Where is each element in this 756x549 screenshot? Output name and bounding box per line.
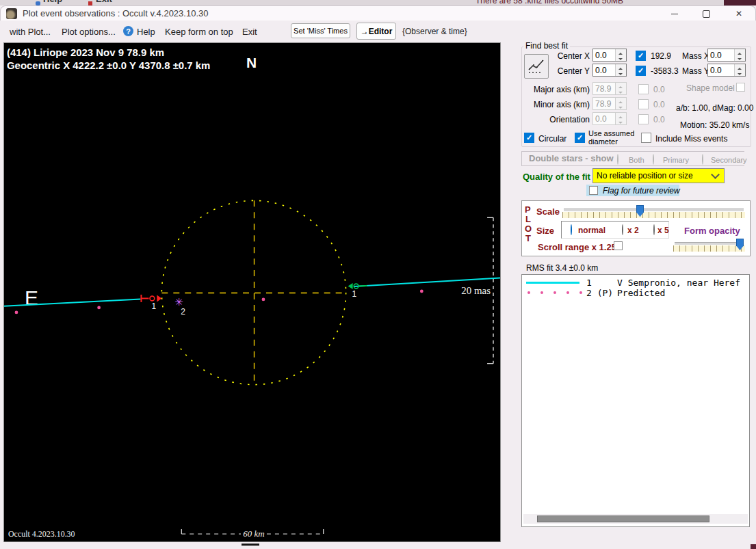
include-miss-events-label: Include Miss events — [655, 134, 727, 144]
size-normal-radio[interactable] — [571, 224, 572, 235]
form-opacity-slider[interactable] — [673, 239, 745, 252]
spin-down-button[interactable] — [616, 70, 626, 77]
center-y-spinner[interactable]: 0.0 — [592, 64, 627, 77]
set-miss-times-button[interactable]: Set 'Miss' Times — [291, 23, 350, 38]
orientation-spinner: 0.0 — [592, 112, 627, 125]
app-icon — [6, 8, 17, 19]
quality-label: Quality of the fit — [523, 172, 590, 182]
circular-label: Circular — [538, 134, 566, 144]
minor-axis-check-value: 0.0 — [653, 100, 665, 109]
predicted-star-icon: ✳ — [174, 296, 183, 308]
plot-panel-letter-p: P — [525, 204, 531, 215]
minor-axis-fit-checkbox — [638, 99, 649, 109]
legend-dot — [566, 291, 569, 294]
legend-row-text: V Sempronio, near Heref — [617, 278, 740, 288]
minor-axis-label: Minor axis (km) — [521, 100, 590, 109]
maximize-button[interactable] — [692, 6, 720, 21]
spin-down-button[interactable] — [735, 70, 745, 77]
offset-x-value: 192.9 — [651, 51, 671, 61]
use-assumed-diameter-checkbox[interactable]: ✓ — [575, 133, 585, 143]
bg-status-text: Exit — [96, 0, 112, 4]
spin-up-button[interactable] — [616, 64, 626, 70]
slider-track[interactable] — [675, 242, 744, 245]
legend-dot — [527, 291, 530, 294]
plot-canvas[interactable]: (414) Liriope 2023 Nov 9 78.9 km Geocent… — [3, 42, 501, 542]
editor-button[interactable]: →Editor — [356, 23, 396, 40]
menu-help[interactable]: Help — [137, 27, 155, 37]
offset-y-checkbox[interactable]: ✓ — [636, 66, 646, 76]
window-title: Plot event observations : Occult v.4.202… — [23, 8, 208, 18]
center-x-spinner[interactable]: 0.0 — [592, 49, 627, 62]
legend-box: 1 V Sempronio, near Heref 2 (P) Predicte… — [521, 274, 750, 527]
rms-fit-label: RMS fit 3.4 ±0.0 km — [526, 263, 598, 273]
plot-background — [4, 43, 500, 541]
double-stars-primary-label: Primary — [663, 155, 689, 165]
plot-panel-letter-t: T — [525, 233, 531, 243]
spin-up-button[interactable] — [616, 49, 626, 55]
minor-axis-spinner: 78.9 — [592, 97, 627, 110]
menubar: with Plot... Plot options... ? Help Keep… — [0, 21, 756, 42]
legend-dot — [540, 291, 543, 294]
flag-review-label: Flag for future review — [603, 186, 680, 196]
size-x5-radio[interactable] — [653, 224, 655, 235]
double-stars-secondary-radio — [702, 154, 703, 165]
slider-track[interactable] — [564, 209, 744, 211]
double-stars-secondary-label: Secondary — [711, 155, 747, 165]
center-x-label: Center X — [534, 51, 590, 61]
spin-up-button[interactable] — [735, 49, 745, 55]
maximize-icon — [703, 10, 710, 18]
double-stars-both-radio — [617, 154, 618, 165]
scale-slider[interactable] — [562, 205, 745, 219]
scale-label: Scale — [536, 206, 560, 217]
flag-review-checkbox[interactable] — [589, 186, 598, 195]
spin-down-button[interactable] — [616, 55, 626, 62]
km-scale-label: 60 km — [243, 528, 264, 539]
center-y-label: Center Y — [534, 66, 590, 76]
mass-x-label: Mass X — [682, 51, 709, 61]
scroll-range-checkbox[interactable] — [614, 241, 623, 250]
size-label: Size — [536, 226, 554, 236]
shape-model-label: Shape model — [686, 83, 735, 93]
menu-keep-on-top[interactable]: Keep form on top — [165, 27, 233, 37]
bg-menu-fragment: Help — [43, 0, 62, 4]
major-axis-label: Major axis (km) — [521, 85, 590, 94]
size-x5-label: x 5 — [657, 226, 669, 235]
menu-with-plot[interactable]: with Plot... — [10, 27, 51, 37]
size-x2-radio[interactable] — [622, 224, 623, 235]
plot-panel-letter-o: O — [525, 224, 532, 234]
legend-row-id: 2 (P) — [586, 288, 613, 298]
minimize-icon — [671, 14, 678, 14]
major-axis-check-value: 0.0 — [653, 85, 665, 94]
shape-model-checkbox — [736, 83, 745, 92]
size-normal-label: normal — [578, 226, 605, 235]
bg-dark-block — [724, 0, 756, 5]
bg-kmz-text: There are 58 .kmz files occultwind 50MB — [475, 0, 623, 5]
offset-x-checkbox[interactable]: ✓ — [636, 51, 646, 61]
north-label: N — [246, 55, 257, 70]
spin-down-button[interactable] — [735, 55, 745, 62]
plot-title-line2: Geocentric X 4222.2 ±0.0 Y 4370.8 ±0.7 k… — [7, 59, 210, 71]
spin-up-button[interactable] — [735, 64, 745, 70]
scroll-range-label: Scroll range x 1.25 — [538, 242, 616, 252]
screen: Help Exit There are 58 .kmz files occult… — [0, 0, 756, 549]
legend-line-swatch — [526, 282, 579, 284]
orientation-check-value: 0.0 — [653, 115, 665, 124]
predicted-label: 2 — [181, 307, 185, 317]
legend-dot — [553, 291, 556, 294]
quality-dropdown[interactable]: No reliable position or size — [592, 168, 725, 183]
mass-y-spinner[interactable]: 0.0 — [707, 64, 746, 77]
legend-hscrollbar-thumb[interactable] — [537, 515, 709, 522]
mass-x-spinner[interactable]: 0.0 — [707, 49, 746, 62]
legend-dot — [579, 291, 582, 294]
include-miss-events-checkbox[interactable] — [641, 133, 651, 143]
size-x2-label: x 2 — [627, 226, 639, 235]
minimize-button[interactable] — [660, 6, 689, 21]
menu-plot-options[interactable]: Plot options... — [62, 27, 116, 37]
chevron-down-icon — [711, 170, 720, 179]
slider-ticks — [562, 212, 745, 218]
orientation-fit-checkbox — [638, 114, 649, 124]
close-icon: ✕ — [735, 9, 742, 18]
circular-checkbox[interactable]: ✓ — [524, 133, 534, 143]
menu-exit[interactable]: Exit — [242, 27, 257, 37]
close-button[interactable]: ✕ — [725, 6, 753, 21]
